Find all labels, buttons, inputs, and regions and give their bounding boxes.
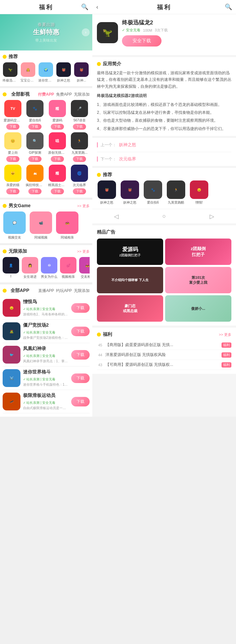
recommend-dot <box>3 55 7 59</box>
ad-item-1[interactable]: 爱源码 z团颠倒扛把子 <box>97 239 163 265</box>
list-item[interactable]: ♾ 男女为什么 <box>41 257 57 279</box>
ad-item-4[interactable]: 第101次 富少爱上我 <box>165 267 231 293</box>
right-recommend-header: 推荐 <box>97 172 231 178</box>
right-rec-row: 👹 妖神之怒 👹 妖神之怒 🐾 爱自拍6 🏃 九英里跑酷 😠 憎恨! <box>97 180 231 205</box>
download-button[interactable]: 下载 <box>71 373 90 383</box>
app-name: 僵尸竞技场2 <box>23 322 69 328</box>
app-name: 精英战士现... <box>48 183 67 187</box>
app-name: I <box>11 274 12 278</box>
app-desc: 战争僵尸竞技场2游戏特色：1、英雄的种... <box>23 336 69 340</box>
intro-header: 应用简介 <box>97 61 231 67</box>
download-button[interactable]: 下载 <box>71 303 90 313</box>
nav-prev-value[interactable]: 妖神之怒 <box>119 142 136 148</box>
app-name: 极限滑板运动员 <box>23 393 69 399</box>
app-desc: 游戏特色1、马有各种各样的，有大有小，... <box>23 312 69 317</box>
download-button[interactable]: 下载 <box>73 124 86 130</box>
list-item[interactable]: 👹 妖神... <box>74 62 89 83</box>
welfare-more[interactable]: >> 更多 <box>219 332 231 337</box>
download-button[interactable]: 下载 <box>6 124 19 130</box>
download-button[interactable]: 下载 <box>51 156 64 162</box>
app-intro-section: 应用简介 最终迅猛龙2是一款十分激情的模拟游戏，游戏玩家将变成游戏里面强劲的迅猛… <box>92 57 236 136</box>
nav-prev[interactable]: 上一个： 妖神之怒 <box>97 138 231 152</box>
list-item[interactable]: 📹 同城视频 <box>29 211 53 240</box>
nav-recent-button[interactable]: ▷ <box>210 213 214 220</box>
list-item[interactable]: 👤 I <box>3 257 19 279</box>
list-item[interactable]: 💬 视频交友 <box>3 211 26 240</box>
app-name: 妖神之怒 <box>57 78 70 83</box>
nav-next-value[interactable]: 次元临界 <box>119 156 136 162</box>
download-button[interactable]: 下载 <box>28 156 42 162</box>
nav-next[interactable]: 下一个： 次元临界 <box>97 152 231 166</box>
nav-back-button[interactable]: ◁ <box>114 213 119 220</box>
download-button[interactable]: 下载 <box>71 350 90 360</box>
premium-ads-section: 精品广告 爱源码 z团颠倒扛把子 z团颠倒 扛把子 不介绍闷个猫咪够 下人生 第… <box>92 225 236 326</box>
list-item[interactable]: 🌍 迷你世界... <box>38 62 53 83</box>
allapp-header: 全部APP 直播APP 约玩APP 无限添加 <box>3 288 90 294</box>
ad-item-2[interactable]: z团颠倒 扛把子 <box>165 239 231 265</box>
download-button[interactable]: 下载 <box>51 124 64 130</box>
app-name: 亲爱的猫 <box>6 183 19 187</box>
welfare-dot <box>97 333 101 337</box>
ad-item-5[interactable]: 豪门恋 或黑总裁 <box>97 295 163 322</box>
game-section-header: 男女Game >> 更多 <box>3 203 90 209</box>
app-name: 憎恨鸟 <box>23 299 69 305</box>
unlimited-more[interactable]: >> 更多 <box>77 249 90 254</box>
list-item[interactable]: 💕 视频相亲 <box>60 257 76 279</box>
download-button[interactable]: 下载 <box>6 188 19 194</box>
list-item[interactable]: 🦖 终极迅猛... <box>3 62 18 83</box>
video-tab-free[interactable]: 免费APP <box>56 92 72 97</box>
video-tabs: 付费APP 免费APP 无限添加 <box>38 92 90 97</box>
list-item: ⚔️ 迷你世界格斗 ✓站长亲测 | 安全无毒 迷你世界格斗手机版特色：1、迷你世… <box>3 367 90 390</box>
video-tab-unlimited[interactable]: 无限添加 <box>74 92 90 97</box>
intro-para-3: 1、游戏画面也是比较清晰的，模拟还原了各个恐龙的基础模型和画面。 <box>97 101 231 108</box>
ad-item-3[interactable]: 不介绍闷个猫咪够 下人生 <box>97 267 163 293</box>
nav-pink-bar <box>97 142 98 147</box>
download-button[interactable]: 下载 <box>71 397 90 406</box>
ad-item-6[interactable]: 傲娇小... <box>165 295 231 322</box>
nav-home-button[interactable]: ○ <box>162 213 166 220</box>
nav-pink-bar <box>97 156 98 162</box>
download-button[interactable]: 下载 <box>73 156 86 162</box>
list-item[interactable]: 🐾 爱自拍6 <box>143 180 163 205</box>
app-download-button[interactable]: 安全下载 <box>122 35 162 47</box>
list-item[interactable]: 👩 女生请进 <box>22 257 38 279</box>
intro-para-5: 3、你也是大型动物，喜欢捕获的食物，要随时注意观察周围的环境。 <box>97 117 231 124</box>
tab-play[interactable]: 约玩APP <box>56 288 72 294</box>
game-more[interactable]: >> 更多 <box>77 204 90 209</box>
back-button[interactable]: ‹ <box>96 4 98 11</box>
ad-text-1: 爱源码 <box>122 246 138 253</box>
list-item[interactable]: 👹 妖神之怒 <box>120 180 140 205</box>
right-search-icon[interactable]: 🔍 <box>225 3 232 11</box>
unlimited-section-header: 无限添加 >> 更多 <box>3 248 90 254</box>
list-item[interactable]: 😠 憎恨! <box>189 180 209 205</box>
list-item: 🐦 凤凰幻神录 ✓站长亲测 | 安全无毒 凤凰幻神录手游亮点：1、掌握不同的战斗… <box>3 343 90 367</box>
list-item[interactable]: 💑 交友相亲 <box>79 257 90 279</box>
left-banner[interactable]: 春夏出游 生鲜特惠 带上美味出发 › <box>0 14 92 50</box>
download-button[interactable]: 下载 <box>6 156 19 162</box>
welfare-text: 【可商用】爱源码原创正版 无惧版权... <box>105 362 220 368</box>
welfare-text: 洋葱爱源码原创正版 无惧版权风险 <box>105 352 220 358</box>
app-detail-top: 🦖 终极迅猛龙2 ✓ 安全无毒 100M 3次下载 安全下载 <box>97 19 231 47</box>
video-grid-row3: 🐱 亲爱的猫 下载 🏍 疯狂特技赛... 下载 糯 精英战士现... 下载 🌀 … <box>3 165 90 194</box>
list-item[interactable]: 👹 妖神之怒 <box>56 62 71 83</box>
tab-live[interactable]: 直播APP <box>38 288 54 294</box>
video-tab-paid[interactable]: 付费APP <box>38 92 54 97</box>
left-search-icon[interactable]: 🔍 <box>81 3 88 11</box>
download-button[interactable]: 下载 <box>51 188 64 194</box>
download-button[interactable]: 下载 <box>71 327 90 336</box>
list-item[interactable]: 🏃 九英里跑酷 <box>166 180 186 205</box>
game-dot <box>3 204 7 208</box>
list-item[interactable]: 👸 宝宝公主... <box>20 62 36 83</box>
download-button[interactable]: 下载 <box>28 188 42 194</box>
list-item[interactable]: 👹 妖神之怒 <box>97 180 117 205</box>
tab-unlimited[interactable]: 无限添加 <box>74 288 90 294</box>
list-item: 43 【可商用】爱源码原创正版 无惧版权... 福利 <box>97 360 231 370</box>
allapp-dot <box>3 289 7 293</box>
list-item[interactable]: 💑 同城相亲 <box>55 211 79 240</box>
banner-line2: 生鲜特惠 <box>33 28 59 37</box>
welfare-header: 福利 >> 更多 <box>97 332 231 338</box>
banner-arrow[interactable]: › <box>82 28 90 36</box>
video-section: 全部影视 付费APP 免费APP 无限添加 TV 爱源码交易网 下载 🐾 爱自拍… <box>0 88 92 200</box>
download-button[interactable]: 下载 <box>73 188 86 194</box>
download-button[interactable]: 下载 <box>28 124 42 130</box>
